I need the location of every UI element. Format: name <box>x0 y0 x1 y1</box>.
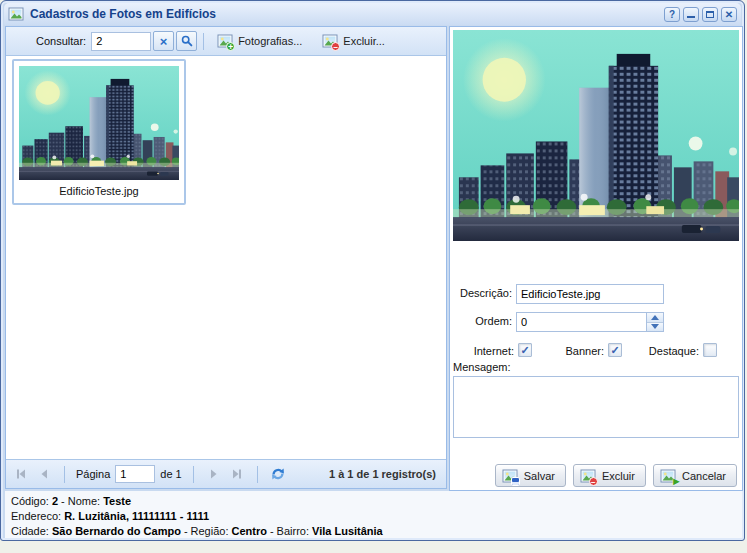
first-page-icon <box>13 466 29 482</box>
banner-checkbox[interactable] <box>608 343 622 357</box>
cidade-label: Cidade: <box>11 525 49 537</box>
search-button[interactable] <box>176 31 197 51</box>
prev-page-button[interactable] <box>35 465 53 483</box>
last-page-button[interactable] <box>228 465 246 483</box>
chevron-up-icon <box>651 315 659 320</box>
regiao-label: Região: <box>191 525 229 537</box>
close-button[interactable]: ✕ <box>721 7 737 22</box>
photos-list-panel: Consultar: Fotografias... Excluir... <box>5 26 447 489</box>
nome-label: Nome: <box>68 495 100 507</box>
minimize-button[interactable] <box>683 7 699 22</box>
excluir-toolbar-button[interactable]: Excluir... <box>315 30 392 52</box>
title-bar: Cadastros de Fotos em Edifícios ? ✕ <box>4 3 741 25</box>
spin-up-button[interactable] <box>647 313 663 323</box>
photo-remove-icon <box>322 33 338 49</box>
records-summary: 1 à 1 de 1 registro(s) <box>329 468 440 480</box>
photo-add-icon <box>217 33 233 49</box>
status-line-cidade: Cidade:São Bernardo do Campo-Região:Cent… <box>11 524 736 539</box>
clear-search-button[interactable] <box>153 31 174 51</box>
maximize-button[interactable] <box>702 7 718 22</box>
destaque-label: Destaque: <box>640 345 699 357</box>
endereco-label: Endereco: <box>11 510 61 522</box>
photo-detail-panel: Descrição: Ordem: Internet: Banner: Dest… <box>449 26 743 491</box>
excluir-button-label: Excluir <box>602 470 635 482</box>
paging-separator <box>64 466 65 483</box>
application-page: Cadastros de Fotos em Edifícios ? ✕ Cons… <box>0 0 747 553</box>
app-window: Cadastros de Fotos em Edifícios ? ✕ Cons… <box>0 0 745 541</box>
mensagem-label: Mensagem: <box>453 361 510 373</box>
form-buttons: Salvar Excluir Cancelar <box>495 464 737 487</box>
paging-separator <box>193 466 194 483</box>
nome-value: Teste <box>103 495 131 507</box>
close-icon: ✕ <box>725 9 733 20</box>
last-page-icon <box>229 466 245 482</box>
cancelar-button-label: Cancelar <box>682 470 726 482</box>
prev-page-icon <box>36 466 52 482</box>
cancelar-button[interactable]: Cancelar <box>653 464 737 487</box>
mensagem-textarea[interactable] <box>453 376 739 438</box>
building-preview-image <box>453 30 739 241</box>
page-number-input[interactable] <box>115 465 155 483</box>
descricao-input[interactable] <box>516 284 664 304</box>
codigo-label: Código: <box>11 495 49 507</box>
bairro-label: Bairro: <box>277 525 309 537</box>
toolbar-separator <box>203 33 204 50</box>
dash-separator: - <box>270 525 274 537</box>
consultar-label: Consultar: <box>36 35 86 47</box>
photo-save-icon <box>502 468 518 484</box>
paging-separator <box>257 466 258 483</box>
status-line-codigo: Código:2-Nome:Teste <box>11 494 736 509</box>
banner-label: Banner: <box>550 345 604 357</box>
bairro-value: Vila Lusitânia <box>312 525 383 537</box>
thumbnail-view: EdificioTeste.jpg <box>6 56 446 459</box>
building-thumbnail-image <box>19 66 179 180</box>
ordem-spinner-field <box>516 312 664 332</box>
endereco-value: R. Luzitânia, 11111111 - 1111 <box>64 510 209 522</box>
ordem-label: Ordem: <box>450 315 512 327</box>
fotografias-button-label: Fotografias... <box>238 35 302 47</box>
status-bar: Código:2-Nome:Teste Endereco:R. Luzitâni… <box>5 491 742 538</box>
consultar-input[interactable] <box>91 32 151 51</box>
salvar-button-label: Salvar <box>524 470 555 482</box>
window-controls: ? ✕ <box>664 7 737 22</box>
help-button[interactable]: ? <box>664 7 680 22</box>
refresh-button[interactable] <box>269 465 287 483</box>
salvar-button[interactable]: Salvar <box>495 464 566 487</box>
ordem-input[interactable] <box>517 313 646 331</box>
photo-cancel-icon <box>660 468 676 484</box>
first-page-button[interactable] <box>12 465 30 483</box>
search-toolbar: Consultar: Fotografias... Excluir... <box>6 27 446 56</box>
refresh-icon <box>270 466 286 482</box>
search-icon <box>180 34 194 48</box>
clear-icon <box>160 35 168 48</box>
thumbnail-item-selected[interactable]: EdificioTeste.jpg <box>12 59 186 205</box>
photo-preview <box>453 30 739 241</box>
page-of-label: de 1 <box>160 468 181 480</box>
help-icon: ? <box>669 9 675 20</box>
maximize-icon <box>706 11 714 18</box>
thumbnail-caption: EdificioTeste.jpg <box>14 185 184 197</box>
fotografias-button[interactable]: Fotografias... <box>210 30 309 52</box>
spin-down-button[interactable] <box>647 323 663 332</box>
codigo-value: 2 <box>52 495 58 507</box>
spinner-buttons <box>646 313 663 331</box>
paging-toolbar: Página de 1 <box>6 459 446 488</box>
internet-label: Internet: <box>450 345 514 357</box>
dash-separator: - <box>61 495 65 507</box>
minimize-icon <box>687 16 695 18</box>
destaque-checkbox[interactable] <box>703 343 717 357</box>
next-page-icon <box>206 466 222 482</box>
photo-remove-icon <box>580 468 596 484</box>
next-page-button[interactable] <box>205 465 223 483</box>
pagina-label: Página <box>76 468 110 480</box>
status-line-endereco: Endereco:R. Luzitânia, 11111111 - 1111 <box>11 509 736 524</box>
window-title: Cadastros de Fotos em Edifícios <box>30 7 216 21</box>
excluir-toolbar-button-label: Excluir... <box>343 35 385 47</box>
excluir-button[interactable]: Excluir <box>573 464 646 487</box>
cidade-value: São Bernardo do Campo <box>52 525 181 537</box>
descricao-label: Descrição: <box>450 287 512 299</box>
regiao-value: Centro <box>231 525 266 537</box>
photo-icon <box>8 6 24 22</box>
internet-checkbox[interactable] <box>518 343 532 357</box>
chevron-down-icon <box>651 324 659 329</box>
